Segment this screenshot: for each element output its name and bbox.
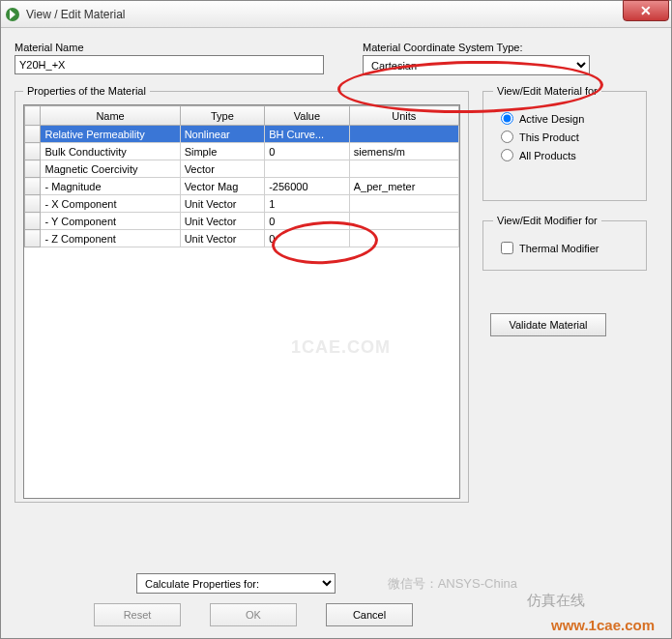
material-name-input[interactable] — [15, 55, 324, 74]
radio-product-label: This Product — [519, 131, 579, 143]
row-header[interactable] — [25, 143, 41, 160]
cell-type[interactable]: Vector — [180, 160, 265, 178]
cell-name[interactable]: - X Component — [41, 195, 180, 213]
table-row[interactable]: - Z ComponentUnit Vector0 — [25, 230, 459, 247]
modifier-fieldset: View/Edit Modifier for Thermal Modifier — [482, 215, 647, 271]
table-row[interactable]: - Y ComponentUnit Vector0 — [25, 213, 459, 230]
view-edit-legend: View/Edit Material for — [493, 85, 601, 97]
cell-units[interactable]: siemens/m — [349, 143, 458, 160]
row-header[interactable] — [25, 126, 41, 143]
cell-value[interactable] — [265, 160, 350, 178]
cell-type[interactable]: Simple — [180, 143, 265, 160]
row-header[interactable] — [25, 230, 41, 247]
col-value[interactable]: Value — [265, 106, 350, 126]
calc-select[interactable]: Calculate Properties for: — [136, 573, 336, 594]
cell-name[interactable]: - Magnitude — [41, 178, 180, 195]
cell-units[interactable] — [349, 126, 458, 143]
button-row: Reset OK Cancel — [94, 603, 413, 626]
dialog-window: View / Edit Material ✕ Material Name Mat… — [0, 0, 672, 639]
cell-value[interactable]: 0 — [265, 213, 350, 230]
cell-units[interactable] — [349, 213, 458, 230]
thermal-label: Thermal Modifier — [519, 243, 599, 254]
radio-active-label: Active Design — [519, 113, 584, 125]
cell-name[interactable]: - Y Component — [41, 213, 180, 230]
table-row[interactable]: - X ComponentUnit Vector1 — [25, 195, 459, 213]
coord-select[interactable]: Cartesian — [363, 55, 590, 75]
properties-fieldset: Properties of the Material Name Type Val… — [15, 85, 469, 503]
validate-button[interactable]: Validate Material — [490, 313, 606, 336]
row-header[interactable] — [25, 160, 41, 178]
cell-units[interactable]: A_per_meter — [349, 178, 458, 195]
radio-active-input[interactable] — [501, 112, 513, 125]
row-header[interactable] — [25, 178, 41, 195]
cell-name[interactable]: Magnetic Coercivity — [41, 160, 180, 178]
cell-value[interactable]: 0 — [265, 230, 350, 247]
close-button[interactable]: ✕ — [623, 0, 669, 21]
radio-all-input[interactable] — [501, 149, 513, 161]
cell-name[interactable]: - Z Component — [41, 230, 180, 247]
cancel-button[interactable]: Cancel — [326, 603, 413, 626]
table-row[interactable]: Magnetic CoercivityVector — [25, 160, 459, 178]
col-units[interactable]: Units — [349, 106, 458, 126]
properties-legend: Properties of the Material — [23, 85, 150, 97]
cell-units[interactable] — [349, 195, 458, 213]
reset-button[interactable]: Reset — [94, 603, 181, 626]
calc-row: Calculate Properties for: — [136, 573, 336, 594]
thermal-checkbox[interactable] — [501, 242, 513, 254]
main-row: Properties of the Material Name Type Val… — [15, 85, 657, 503]
properties-table: Name Type Value Units Relative Permeabil… — [24, 105, 459, 247]
cell-type[interactable]: Unit Vector — [180, 230, 265, 247]
watermark-cn: 仿真在线 — [527, 592, 585, 610]
table-row[interactable]: Bulk ConductivitySimple0siemens/m — [25, 143, 459, 160]
radio-all-products[interactable]: All Products — [501, 149, 636, 161]
top-row: Material Name Material Coordinate System… — [15, 42, 657, 75]
row-header[interactable] — [25, 195, 41, 213]
cell-name[interactable]: Relative Permeability — [41, 126, 180, 143]
right-column: View/Edit Material for Active Design Thi… — [482, 85, 647, 503]
app-icon — [5, 7, 20, 22]
cell-type[interactable]: Unit Vector — [180, 195, 265, 213]
radio-active-design[interactable]: Active Design — [501, 112, 636, 125]
cell-type[interactable]: Nonlinear — [180, 126, 265, 143]
ok-button[interactable]: OK — [210, 603, 297, 626]
col-type[interactable]: Type — [180, 106, 265, 126]
titlebar: View / Edit Material ✕ — [1, 1, 671, 28]
cell-value[interactable]: BH Curve... — [265, 126, 350, 143]
thermal-modifier-check[interactable]: Thermal Modifier — [501, 242, 636, 254]
watermark-url: www.1cae.com — [551, 617, 655, 633]
cell-name[interactable]: Bulk Conductivity — [41, 143, 180, 160]
close-icon: ✕ — [640, 3, 652, 18]
table-row[interactable]: Relative PermeabilityNonlinearBH Curve..… — [25, 126, 459, 143]
cell-value[interactable]: -256000 — [265, 178, 350, 195]
cell-units[interactable] — [349, 160, 458, 178]
window-title: View / Edit Material — [26, 8, 126, 21]
cell-units[interactable] — [349, 230, 458, 247]
cell-value[interactable]: 1 — [265, 195, 350, 213]
row-header[interactable] — [25, 213, 41, 230]
cell-type[interactable]: Vector Mag — [180, 178, 265, 195]
modifier-legend: View/Edit Modifier for — [493, 215, 601, 226]
row-header-corner — [25, 106, 41, 126]
cell-type[interactable]: Unit Vector — [180, 213, 265, 230]
coord-label: Material Coordinate System Type: — [363, 42, 599, 53]
radio-all-label: All Products — [519, 150, 576, 161]
table-row[interactable]: - MagnitudeVector Mag-256000A_per_meter — [25, 178, 459, 195]
radio-product-input[interactable] — [501, 131, 513, 143]
view-edit-fieldset: View/Edit Material for Active Design Thi… — [482, 85, 647, 201]
watermark-wechat: 微信号：ANSYS-China — [388, 575, 517, 593]
material-name-label: Material Name — [15, 42, 334, 53]
radio-this-product[interactable]: This Product — [501, 131, 636, 143]
watermark-center: 1CAE.COM — [291, 337, 391, 358]
properties-table-wrap: Name Type Value Units Relative Permeabil… — [23, 104, 460, 499]
client-area: Material Name Material Coordinate System… — [1, 28, 671, 638]
cell-value[interactable]: 0 — [265, 143, 350, 160]
col-name[interactable]: Name — [41, 106, 180, 126]
